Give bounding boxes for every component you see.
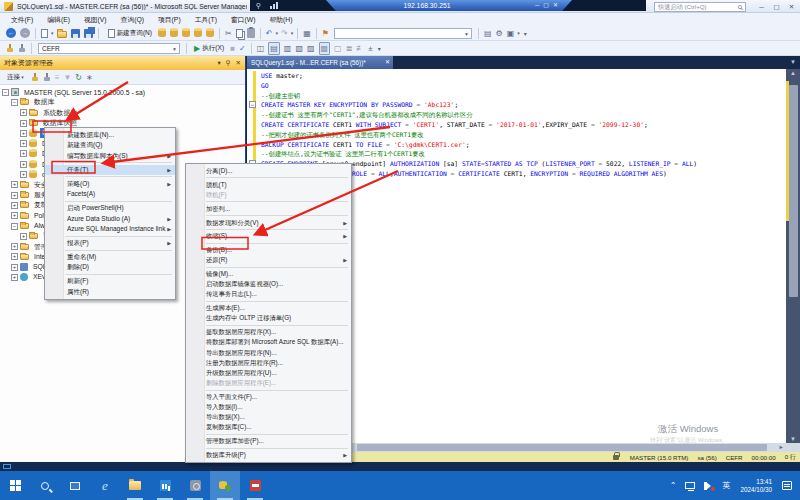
menu-W[interactable]: 窗口(W)	[224, 13, 263, 26]
document-tab[interactable]: SQLQuery1.sql - M...ER.CEFR (sa (56))*✕	[247, 56, 393, 69]
tree-expander-icon[interactable]: −	[11, 223, 18, 230]
menu-item-任务T[interactable]: 任务(T)▶	[45, 165, 175, 175]
menu-item-启动数据库镜像监视器O[interactable]: 启动数据库镜像监视器(O)...	[186, 279, 351, 289]
menu-item-生成内存中OLTP迁移清单G[interactable]: 生成内存中 OLTP 迁移清单(G)	[186, 313, 351, 323]
nav-back-icon[interactable]: ←	[6, 28, 16, 38]
menu-T[interactable]: 工具(T)	[188, 13, 224, 26]
menu-item-备份B[interactable]: 备份(B)...	[186, 245, 351, 255]
menu-H[interactable]: 帮助(H)	[263, 13, 300, 26]
dropdown-caret-icon[interactable]: ▾	[517, 30, 520, 36]
menu-item-属性R[interactable]: 属性(R)	[45, 287, 175, 297]
tree-expander-icon[interactable]: +	[11, 274, 18, 281]
live-stats-icon[interactable]: ▢	[334, 43, 342, 54]
uncomment-icon[interactable]: ▨	[307, 43, 315, 54]
comment-icon[interactable]: ▧	[295, 43, 303, 54]
properties-icon[interactable]: ⚙	[495, 28, 502, 39]
indent-icon[interactable]: ≣	[346, 43, 353, 54]
menu-item-还原R[interactable]: 还原(R)▶	[186, 255, 351, 265]
script-icon[interactable]: ∗	[86, 72, 93, 83]
analysis-query-icon[interactable]	[170, 29, 178, 37]
dropdown-caret-icon[interactable]: ▾	[275, 30, 278, 36]
outdent-icon[interactable]: ≢	[356, 43, 364, 54]
file-explorer-taskbar-button[interactable]	[120, 471, 150, 500]
menu-item-收缩S[interactable]: 收缩(S)▶	[186, 231, 351, 241]
search-taskbar-button[interactable]	[30, 471, 60, 500]
tree-expander-icon[interactable]: −	[11, 99, 18, 106]
menu-item-重命名M[interactable]: 重命名(M)	[45, 252, 175, 262]
menu-item-提取数据层应用程序X[interactable]: 提取数据层应用程序(X)...	[186, 327, 351, 337]
copy-icon[interactable]	[236, 29, 243, 38]
menu-item-AzureSQLManagedI[interactable]: Azure SQL Managed Instance link▶	[45, 224, 175, 234]
restore-button[interactable]: ▢	[769, 1, 784, 12]
rdp-minimize-button[interactable]: ─	[535, 1, 539, 10]
save-all-icon[interactable]	[84, 29, 93, 38]
tree-expander-icon[interactable]: +	[11, 181, 18, 188]
results-to-text-icon[interactable]: ▤	[268, 42, 280, 55]
new-database-query-icon[interactable]	[158, 29, 166, 37]
active-files-dropdown-icon[interactable]: ▼	[790, 59, 796, 65]
vertical-scrollbar-thumb[interactable]	[789, 85, 798, 297]
horizontal-scrollbar-thumb[interactable]	[357, 444, 767, 451]
menu-item-刷新F[interactable]: 刷新(F)	[45, 276, 175, 286]
quick-launch-input[interactable]: 快速启动 (Ctrl+Q)⚲	[654, 2, 746, 12]
window-position-icon[interactable]: ▾	[218, 59, 221, 67]
menu-item-生成脚本E[interactable]: 生成脚本(E)...	[186, 303, 351, 313]
menu-item-新建查询Q[interactable]: 新建查询(Q)	[45, 140, 175, 150]
menu-item-导出数据层应用程序N[interactable]: 导出数据层应用程序(N)...	[186, 348, 351, 358]
tree-expander-icon[interactable]: +	[11, 192, 18, 199]
tree-expander-icon[interactable]: −	[2, 89, 9, 96]
menu-item-导入数据I[interactable]: 导入数据(I)...	[186, 402, 351, 412]
close-button[interactable]: ✕	[784, 1, 799, 12]
new-query-button[interactable]: 新建查询(N)	[102, 27, 157, 40]
rdp-pin-icon[interactable]: ⚲	[256, 1, 261, 10]
nav-forward-icon[interactable]: →	[20, 28, 30, 38]
menu-item-分离D[interactable]: 分离(D)...	[186, 166, 351, 176]
filter-icon[interactable]: ▼	[63, 72, 71, 83]
menu-item-报表P[interactable]: 报表(P)▶	[45, 238, 175, 248]
menu-item-管理数据库加密P[interactable]: 管理数据库加密(P)...	[186, 436, 351, 446]
panel-close-icon[interactable]: ✕	[236, 59, 241, 67]
menu-item-删除D[interactable]: 删除(D)	[45, 262, 175, 272]
action-center-icon[interactable]	[782, 481, 792, 490]
connect-icon[interactable]	[6, 44, 14, 53]
tree-expander-icon[interactable]: +	[20, 161, 27, 168]
tree-item-系统数据库[interactable]: +系统数据库	[0, 108, 245, 118]
app-chart-taskbar-button[interactable]	[150, 471, 180, 500]
menu-item-将数据库部署到Microsoft[interactable]: 将数据库部署到 Microsoft Azure SQL 数据库(A)...	[186, 337, 351, 347]
menu-item-导入平面文件F[interactable]: 导入平面文件(F)...	[186, 392, 351, 402]
display-plan-icon[interactable]: ▩	[319, 42, 331, 55]
app-red-taskbar-button[interactable]	[240, 471, 270, 500]
tab-close-icon[interactable]: ✕	[385, 56, 390, 69]
menu-item-编写数据库脚本为S[interactable]: 编写数据库脚本为(S)▶	[45, 151, 175, 161]
app-tools-taskbar-button[interactable]	[180, 471, 210, 500]
volume-icon[interactable]	[704, 482, 713, 490]
menu-item-导出数据X[interactable]: 导出数据(X)...	[186, 412, 351, 422]
tray-expand-icon[interactable]: ⌃	[670, 481, 677, 490]
vertical-scrollbar[interactable]: ▲ ▼	[786, 69, 800, 443]
menu-item-复制数据库C[interactable]: 复制数据库(C)...	[186, 422, 351, 432]
tree-expander-icon[interactable]: +	[20, 130, 27, 137]
rdp-restore-button[interactable]: ▢	[543, 1, 549, 10]
available-databases-combo[interactable]: CEFR▼	[38, 43, 180, 54]
scroll-right-icon[interactable]: ►	[779, 444, 784, 451]
object-explorer-header[interactable]: 对象资源管理器 ▾ ⚲ ✕	[0, 56, 245, 70]
start-button[interactable]	[0, 471, 30, 500]
tree-expander-icon[interactable]: +	[20, 109, 27, 116]
results-to-grid-icon[interactable]: ◫	[257, 43, 265, 54]
tree-expander-icon[interactable]: +	[11, 264, 18, 271]
auto-hide-pin-icon[interactable]: ⚲	[226, 59, 231, 67]
menu-item-脱机T[interactable]: 脱机(T)	[186, 180, 351, 190]
tree-expander-icon[interactable]: +	[20, 140, 27, 147]
menu-E[interactable]: 编辑(E)	[40, 13, 77, 26]
tree-expander-icon[interactable]: +	[20, 120, 27, 127]
dropdown-caret-icon[interactable]: ▾	[51, 30, 54, 36]
ide-window-icon[interactable]: ▦	[303, 28, 311, 39]
stop-icon[interactable]: ≡	[55, 72, 60, 83]
menu-item-策略O[interactable]: 策略(O)▶	[45, 179, 175, 189]
redo-icon[interactable]: ↷	[281, 28, 288, 39]
cut-icon[interactable]: ✂	[225, 28, 232, 39]
menu-item-数据库升级P[interactable]: 数据库升级(P)▶	[186, 450, 351, 460]
dropdown-caret-icon[interactable]: ▾	[291, 30, 294, 36]
xmla-query-icon[interactable]	[206, 29, 214, 37]
open-file-icon[interactable]	[57, 31, 67, 38]
